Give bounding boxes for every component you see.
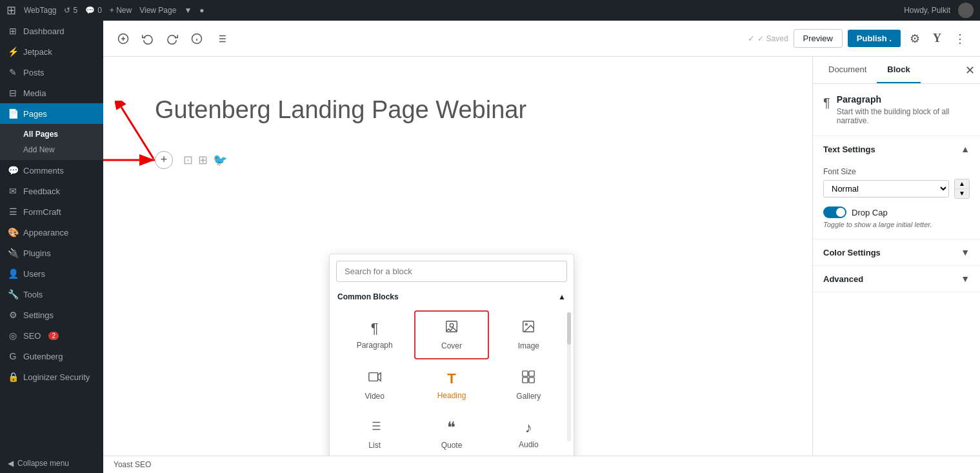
sidebar-item-tools[interactable]: 🔧 Tools xyxy=(0,284,103,305)
picker-scroll-thumb xyxy=(567,312,571,345)
block-item-video[interactable]: Video xyxy=(337,362,412,408)
sidebar-item-plugins[interactable]: 🔌 Plugins xyxy=(0,243,103,263)
common-blocks-header: Common Blocks ▲ xyxy=(330,288,574,305)
quote-block-icon: ❝ xyxy=(447,419,455,437)
content-area[interactable]: Gutenberg Landing Page Webinar + xyxy=(103,57,812,456)
font-size-up-button[interactable]: ▲ xyxy=(955,179,969,188)
sidebar-item-loginizer[interactable]: 🔒 Loginizer Security xyxy=(0,367,103,387)
drop-cap-row: Drop Cap xyxy=(823,206,970,218)
panel-close-button[interactable]: ✕ xyxy=(965,63,975,77)
gutenberg-icon: G xyxy=(8,351,18,361)
quote-block-label: Quote xyxy=(441,441,463,450)
color-settings-header[interactable]: Color Settings ▼ xyxy=(813,239,980,265)
sidebar-item-formcraft[interactable]: ☰ FormCraft xyxy=(0,201,103,222)
font-size-down-button[interactable]: ▼ xyxy=(955,188,969,198)
svg-point-19 xyxy=(526,323,528,325)
list-block-icon xyxy=(368,419,382,437)
drop-cap-toggle[interactable] xyxy=(823,206,846,218)
toolbar-left xyxy=(114,29,231,48)
svg-rect-22 xyxy=(523,371,528,376)
sidebar-item-jetpack[interactable]: ⚡ Jetpack xyxy=(0,41,103,62)
settings-button[interactable]: ⚙ xyxy=(906,28,924,50)
undo-button[interactable] xyxy=(138,29,157,48)
font-size-select[interactable]: Normal Small Medium Large Huge xyxy=(823,180,949,197)
tab-block[interactable]: Block xyxy=(877,57,920,83)
publish-button[interactable]: Publish . xyxy=(848,30,901,47)
yoast-button[interactable]: Y xyxy=(929,28,945,49)
block-picker-grid-container: ¶ Paragraph Cover xyxy=(330,305,574,456)
settings-sidebar-icon: ⚙ xyxy=(8,310,18,320)
sidebar-item-settings[interactable]: ⚙ Settings xyxy=(0,305,103,325)
twitter-icon[interactable]: 🐦 xyxy=(213,153,227,167)
add-block-button[interactable] xyxy=(114,29,133,48)
block-search-input[interactable] xyxy=(336,261,567,282)
sidebar-item-posts[interactable]: ✎ Posts xyxy=(0,62,103,83)
sidebar-item-seo[interactable]: ◎ SEO 2 xyxy=(0,325,103,346)
text-settings-section: Text Settings ▲ Font Size Normal Small M… xyxy=(813,136,980,239)
page-title[interactable]: Gutenberg Landing Page Webinar xyxy=(155,96,761,125)
toolbar-right: ✓ ✓ Saved Preview Publish . ⚙ Y ⋮ xyxy=(748,28,970,50)
sidebar-item-feedback[interactable]: ✉ Feedback xyxy=(0,181,103,201)
drop-cap-label: Drop Cap xyxy=(852,208,888,217)
sidebar-item-appearance[interactable]: 🎨 Appearance xyxy=(0,222,103,243)
sidebar-item-gutenberg[interactable]: G Gutenberg xyxy=(0,346,103,367)
gallery-block-icon xyxy=(521,370,535,388)
text-settings-content: Font Size Normal Small Medium Large Huge… xyxy=(813,162,980,239)
block-item-list[interactable]: List xyxy=(337,411,412,456)
image-placeholder-icon[interactable]: ⊡ xyxy=(183,153,193,167)
updates-item[interactable]: ↺ 5 xyxy=(64,6,77,15)
block-item-gallery[interactable]: Gallery xyxy=(492,362,566,408)
howdy-label: Howdy, Pulkit xyxy=(904,6,950,15)
panel-tabs: Document Block ✕ xyxy=(813,57,980,84)
block-item-image[interactable]: Image xyxy=(492,310,566,359)
sidebar-submenu-add-new[interactable]: Add New xyxy=(0,142,103,157)
list-block-label: List xyxy=(368,441,381,450)
gallery-block-label: Gallery xyxy=(516,392,541,401)
sidebar-item-dashboard[interactable]: ⊞ Dashboard xyxy=(0,21,103,41)
sidebar: ⊞ Dashboard ⚡ Jetpack ✎ Posts ⊟ Media 📄 … xyxy=(0,21,103,473)
circle-item[interactable]: ● xyxy=(199,6,204,15)
advanced-title: Advanced xyxy=(823,274,863,284)
site-name[interactable]: WebTagg xyxy=(24,6,56,15)
advanced-collapse-icon: ▼ xyxy=(961,274,970,284)
block-item-cover[interactable]: Cover xyxy=(414,310,488,359)
table-icon[interactable]: ⊞ xyxy=(198,153,208,167)
paragraph-block-label: Paragraph xyxy=(357,341,393,350)
collapse-menu-button[interactable]: ◀ Collapse menu xyxy=(0,454,103,473)
view-page-item[interactable]: View Page xyxy=(139,6,176,15)
list-view-button[interactable] xyxy=(212,29,231,48)
tab-document[interactable]: Document xyxy=(818,57,877,83)
panel-block-icon: ¶ xyxy=(823,96,830,110)
advanced-section: Advanced ▼ xyxy=(813,266,980,292)
sidebar-item-users[interactable]: 👤 Users xyxy=(0,263,103,284)
more-options-button[interactable]: ⋮ xyxy=(950,28,970,50)
advanced-header[interactable]: Advanced ▼ xyxy=(813,266,980,292)
preview-button[interactable]: Preview xyxy=(794,29,843,48)
block-item-audio[interactable]: ♪ Audio xyxy=(492,411,566,456)
new-item[interactable]: + New xyxy=(110,6,132,15)
red-arrow-right xyxy=(103,150,161,170)
image-block-label: Image xyxy=(518,341,539,350)
yoast-item[interactable]: ▼ xyxy=(184,6,192,15)
sidebar-item-comments[interactable]: 💬 Comments xyxy=(0,160,103,181)
comments-item[interactable]: 💬 0 xyxy=(85,6,102,15)
block-item-paragraph[interactable]: ¶ Paragraph xyxy=(337,310,412,359)
saved-status: ✓ ✓ Saved xyxy=(748,34,788,43)
text-settings-header[interactable]: Text Settings ▲ xyxy=(813,136,980,162)
wp-logo-icon[interactable]: ⊞ xyxy=(6,3,16,17)
block-toolbar-icons: ⊡ ⊞ 🐦 xyxy=(183,153,227,167)
block-item-heading[interactable]: T Heading xyxy=(414,362,488,408)
block-item-quote[interactable]: ❝ Quote xyxy=(414,411,488,456)
user-avatar xyxy=(958,3,974,18)
cover-block-label: Cover xyxy=(441,341,462,350)
sidebar-item-media[interactable]: ⊟ Media xyxy=(0,83,103,103)
info-button[interactable] xyxy=(187,29,206,48)
sidebar-item-pages[interactable]: 📄 Pages ◀ xyxy=(0,103,103,124)
font-size-label: Font Size xyxy=(823,167,970,176)
audio-block-icon: ♪ xyxy=(525,419,532,436)
sidebar-submenu-all-pages[interactable]: All Pages xyxy=(0,126,103,142)
seo-icon: ◎ xyxy=(8,330,18,341)
posts-icon: ✎ xyxy=(8,67,18,77)
redo-button[interactable] xyxy=(163,29,182,48)
collapse-section-icon[interactable]: ▲ xyxy=(558,292,566,301)
